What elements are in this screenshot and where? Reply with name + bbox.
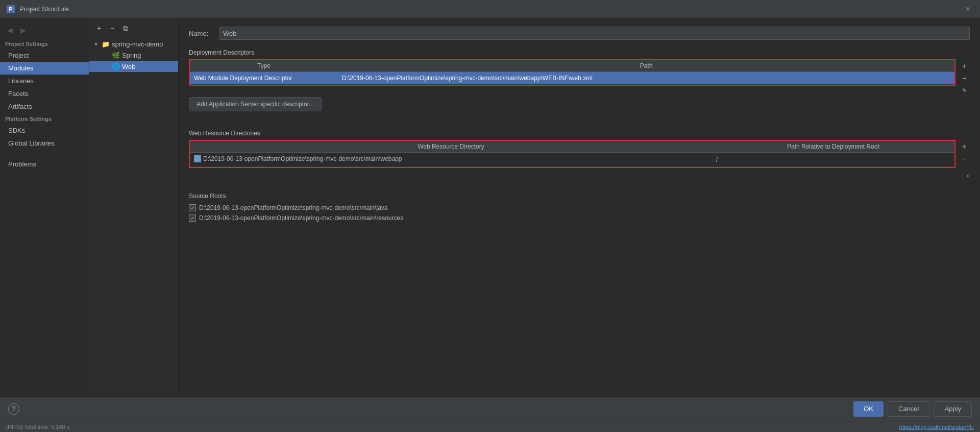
col-path-header: Path: [338, 60, 954, 72]
tree-panel: + − ⧉ ▼ 📁 spring-mvc-demo 🌿 Spring: [89, 18, 179, 396]
col-relative-header: Path Relative to Deployment Root: [712, 141, 954, 153]
status-text: [INFO] Total time: 5.160 s: [6, 424, 70, 430]
platform-settings-label: Platform Settings: [0, 113, 89, 124]
forward-button[interactable]: ▶: [17, 25, 29, 36]
name-label: Name:: [189, 30, 214, 37]
wr-icon-wrap: D:\2019-06-13-openPlatformOptimize\sprin…: [194, 155, 402, 162]
back-button[interactable]: ◀: [4, 25, 15, 36]
sidebar: ◀ ▶ Project Settings Project Modules Lib…: [0, 18, 89, 396]
name-row: Name:: [189, 27, 970, 40]
add-descriptor-btn[interactable]: Add Application Server specific descript…: [189, 97, 322, 111]
web-resource-table-btns: + −: [955, 140, 970, 170]
descriptor-path-0: D:\2019-06-13-openPlatformOptimize\sprin…: [338, 72, 954, 85]
folder-icon: 📁: [102, 40, 110, 48]
tree-project-name: spring-mvc-demo: [112, 40, 163, 48]
col-directory-header: Web Resource Directory: [190, 141, 712, 153]
cancel-button[interactable]: Cancel: [888, 401, 929, 417]
spring-icon: 🌿: [112, 51, 120, 59]
source-root-path-0: D:\2019-06-13-openPlatformOptimize\sprin…: [199, 204, 387, 211]
web-resource-remove-btn[interactable]: −: [959, 153, 970, 164]
source-root-item-1: D:\2019-06-13-openPlatformOptimize\sprin…: [189, 213, 970, 223]
web-resource-table-wrapper: Web Resource Directory Path Relative to …: [189, 140, 955, 168]
source-roots-section: Source Roots D:\2019-06-13-openPlatformO…: [189, 190, 970, 223]
source-root-path-1: D:\2019-06-13-openPlatformOptimize\sprin…: [199, 214, 403, 222]
bottom-bar: ? OK Cancel Apply: [0, 396, 980, 421]
deployment-table-inner: Type Path Web Module Deployment Descript…: [189, 59, 955, 97]
sidebar-item-libraries[interactable]: Libraries: [0, 75, 89, 87]
bottom-left: ?: [8, 403, 19, 415]
tree-item-web[interactable]: 🌐 Web: [89, 61, 178, 72]
app-icon: P: [6, 5, 15, 14]
help-button[interactable]: ?: [8, 403, 19, 415]
tree-copy-button[interactable]: ⧉: [120, 22, 131, 34]
descriptor-remove-btn[interactable]: −: [959, 73, 970, 84]
col-type-header: Type: [190, 60, 338, 72]
descriptor-type-0: Web Module Deployment Descriptor: [190, 72, 338, 85]
source-roots-header: Source Roots: [189, 193, 970, 200]
web-resource-relative-0: /: [712, 153, 954, 167]
source-root-checkbox-0[interactable]: [189, 204, 196, 211]
web-resource-dir-text-0: D:\2019-06-13-openPlatformOptimize\sprin…: [203, 155, 402, 162]
folder-icon-small: [194, 155, 201, 162]
web-resource-table: Web Resource Directory Path Relative to …: [190, 141, 954, 167]
tree-item-spring[interactable]: 🌿 Spring: [89, 50, 178, 61]
web-resource-row-0[interactable]: D:\2019-06-13-openPlatformOptimize\sprin…: [190, 153, 954, 167]
sidebar-item-facets[interactable]: Facets: [0, 87, 89, 100]
tree-web-label: Web: [122, 63, 136, 70]
blog-url[interactable]: https://blog.csdn.net/sndayYU: [899, 424, 974, 430]
window-title: Project Structure: [19, 5, 962, 13]
deployment-table-container: Type Path Web Module Deployment Descript…: [189, 59, 970, 97]
web-resource-add-btn[interactable]: +: [959, 141, 970, 152]
web-resource-dir-0: D:\2019-06-13-openPlatformOptimize\sprin…: [190, 153, 712, 167]
descriptor-add-btn[interactable]: +: [959, 60, 970, 71]
status-bar: [INFO] Total time: 5.160 s https://blog.…: [0, 421, 980, 432]
sidebar-item-global-libraries[interactable]: Global Libraries: [0, 137, 89, 150]
descriptor-table-btns: + − ✎: [955, 59, 970, 97]
svg-text:P: P: [9, 6, 12, 12]
source-root-item-0: D:\2019-06-13-openPlatformOptimize\sprin…: [189, 203, 970, 213]
name-input[interactable]: [219, 27, 970, 40]
close-button[interactable]: ×: [962, 3, 974, 15]
bottom-right: OK Cancel Apply: [853, 401, 972, 417]
sidebar-item-project[interactable]: Project: [0, 49, 89, 62]
descriptor-edit-btn[interactable]: ✎: [959, 85, 970, 96]
tree-arrow-project: ▼: [93, 41, 100, 47]
content-area: ◀ ▶ Project Settings Project Modules Lib…: [0, 18, 980, 396]
tree-add-button[interactable]: +: [93, 22, 105, 34]
sidebar-item-problems[interactable]: Problems: [0, 158, 89, 171]
tree-item-project-root[interactable]: ▼ 📁 spring-mvc-demo: [89, 38, 178, 50]
tree-spring-label: Spring: [122, 52, 141, 59]
deployment-descriptors-header: Deployment Descriptors: [189, 49, 970, 56]
tree-toolbar: + − ⧉: [89, 20, 178, 36]
ok-button[interactable]: OK: [853, 401, 884, 417]
web-icon: 🌐: [112, 62, 120, 70]
tree-items: ▼ 📁 spring-mvc-demo 🌿 Spring 🌐 Web: [89, 36, 178, 394]
tree-remove-button[interactable]: −: [107, 22, 118, 34]
web-resource-header: Web Resource Directories: [189, 130, 970, 137]
sidebar-item-modules[interactable]: Modules: [0, 62, 89, 75]
descriptor-row-0[interactable]: Web Module Deployment Descriptor D:\2019…: [190, 72, 954, 85]
sidebar-item-artifacts[interactable]: Artifacts: [0, 100, 89, 113]
expand-icon[interactable]: »: [966, 172, 970, 179]
project-settings-label: Project Settings: [0, 38, 89, 49]
title-bar: P Project Structure ×: [0, 0, 980, 18]
web-resource-table-container: Web Resource Directory Path Relative to …: [189, 140, 970, 170]
main-container: ◀ ▶ Project Settings Project Modules Lib…: [0, 18, 980, 432]
nav-arrows: ◀ ▶: [0, 22, 89, 38]
sidebar-item-sdks[interactable]: SDKs: [0, 124, 89, 137]
web-resource-table-inner: Web Resource Directory Path Relative to …: [189, 140, 955, 170]
content-panel: Name: Deployment Descriptors Type Path: [179, 18, 980, 396]
descriptor-table: Type Path Web Module Deployment Descript…: [190, 60, 954, 85]
apply-button[interactable]: Apply: [934, 401, 972, 417]
source-root-checkbox-1[interactable]: [189, 214, 196, 222]
descriptor-table-wrapper: Type Path Web Module Deployment Descript…: [189, 59, 955, 86]
